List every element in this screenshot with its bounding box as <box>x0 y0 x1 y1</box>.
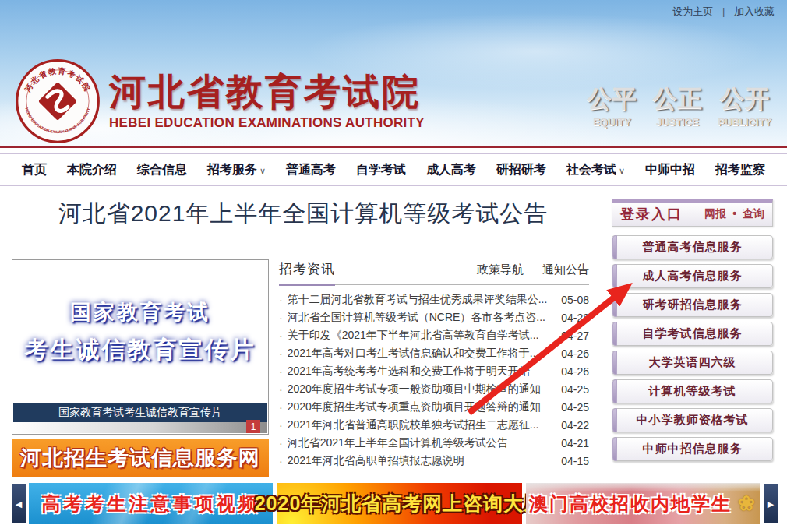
nav-item-adult-gaokao[interactable]: 成人高考 <box>426 162 476 178</box>
badge-equity: 公平 EQUITY <box>587 83 637 128</box>
login-entry-title: 登录入口 <box>620 205 683 224</box>
site-logo[interactable]: 河北省教育考试院 HEBEI EDUCATION EXAMINATIONS AU… <box>14 58 425 145</box>
service-buttons: 普通高考信息服务 成人高考信息服务 研考研招信息服务 自学考试信息服务 大学英语… <box>612 235 773 466</box>
badge-equity-en: EQUITY <box>587 116 637 128</box>
seal-logo-icon: 河北省教育考试院 HEBEI EDUCATION EXAMINATIONS AU… <box>14 58 101 145</box>
badge-justice-en: JUSTICE <box>652 116 702 128</box>
video-text-line1: 国家教育考试 <box>70 298 210 326</box>
info-service-site-banner[interactable]: 河北招生考试信息服务网 <box>12 439 269 477</box>
featured-announcement-headline[interactable]: 河北省2021年上半年全国计算机等级考试公告 <box>12 198 595 230</box>
carousel-prev-icon[interactable]: ◀ <box>12 484 26 523</box>
video-page-indicator[interactable]: 1 <box>246 420 260 433</box>
news-section: 招考资讯 政策导航 通知公告 ·第十二届河北省教育考试与招生优秀成果评奖结果公.… <box>279 260 589 474</box>
badge-justice-cn: 公正 <box>652 83 702 115</box>
button-secondary-school-info-service[interactable]: 中师中招信息服务 <box>612 437 773 461</box>
chevron-down-icon: ∨ <box>259 166 266 175</box>
nav-item-supervision[interactable]: 招考监察 <box>715 162 765 178</box>
news-item[interactable]: ·2021年河北省普通高职院校单独考试招生二志愿征...04-22 <box>279 416 589 434</box>
carousel-next-icon[interactable]: ▶ <box>764 484 778 523</box>
login-links: 网报 • 查询 <box>704 207 764 221</box>
news-header-links: 政策导航 通知公告 <box>477 262 589 284</box>
banner-gaokao-notice-video[interactable]: 高考考生注意事项视频 <box>29 483 273 524</box>
link-policy-guide[interactable]: 政策导航 <box>477 262 524 277</box>
nav-item-gaokao[interactable]: 普通高考 <box>286 162 336 178</box>
badge-equity-cn: 公平 <box>587 83 637 115</box>
news-item[interactable]: ·2021年高考对口考生考试信息确认和交费工作将于...04-26 <box>279 344 589 362</box>
bullet-icon: · <box>279 365 283 378</box>
button-accent-bar <box>612 293 617 317</box>
nav-item-social-exams[interactable]: 社会考试∨ <box>566 162 625 178</box>
news-header: 招考资讯 政策导航 通知公告 <box>279 260 589 285</box>
button-ncre[interactable]: 计算机等级考试 <box>612 379 773 403</box>
main-navigation: 首页 本院介绍 综合信息 招考服务∨ 普通高考 自学考试 成人高考 研招研考 社… <box>0 150 787 188</box>
video-caption: 国家教育考试考生诚信教育宣传片 <box>13 403 267 422</box>
nav-item-self-study[interactable]: 自学考试 <box>356 162 406 178</box>
bullet-icon: · <box>279 419 283 432</box>
button-accent-bar <box>612 379 617 403</box>
video-banner[interactable]: 国家教育考试 考生诚信教育宣传片 国家教育考试考生诚信教育宣传片 1 <box>12 259 269 435</box>
bullet-icon: · <box>279 294 283 306</box>
video-text-line2: 考生诚信教育宣传片 <box>25 334 256 366</box>
online-report-link[interactable]: 网报 <box>704 207 726 220</box>
news-item[interactable]: ·第十二届河北省教育考试与招生优秀成果评奖结果公...05-08 <box>279 291 589 308</box>
badge-justice: 公正 JUSTICE <box>652 83 702 128</box>
news-item[interactable]: ·2020年度招生考试专项一般资助项目中期检查的通知04-25 <box>279 380 589 398</box>
video-thumbnail: 国家教育考试 考生诚信教育宣传片 <box>13 261 267 403</box>
news-list: ·第十二届河北省教育考试与招生优秀成果评奖结果公...05-08 ·河北省全国计… <box>279 291 589 474</box>
button-accent-bar <box>612 408 617 432</box>
news-item[interactable]: ·2021年河北省高职单招填报志愿说明04-15 <box>279 452 589 470</box>
badge-publicity-cn: 公开 <box>718 83 771 115</box>
bullet-icon: · <box>279 329 283 342</box>
bullet-icon: · <box>279 437 283 449</box>
nav-item-home[interactable]: 首页 <box>22 162 47 178</box>
nav-item-general-info[interactable]: 综合信息 <box>137 162 187 178</box>
add-favorite-link[interactable]: 加入收藏 <box>734 5 775 17</box>
chevron-down-icon: ∨ <box>619 166 625 175</box>
nav-item-postgraduate[interactable]: 研招研考 <box>496 162 546 178</box>
news-item[interactable]: ·河北省全国计算机等级考试（NCRE）各市各考点咨...04-28 <box>279 308 589 326</box>
login-entry-box: 登录入口 网报 • 查询 <box>612 199 773 227</box>
topbar-separator: | <box>722 5 725 17</box>
news-item[interactable]: ·2020年度招生考试专项重点资助项目开题答辩的通知04-25 <box>279 398 589 416</box>
button-cet[interactable]: 大学英语四六级 <box>612 351 773 375</box>
button-accent-bar <box>612 264 617 288</box>
news-item[interactable]: ·河北省2021年上半年全国计算机等级考试公告04-21 <box>279 434 589 452</box>
button-adult-gaokao-info-service[interactable]: 成人高考信息服务 <box>612 264 773 288</box>
query-link[interactable]: 查询 <box>743 207 764 220</box>
link-notices[interactable]: 通知公告 <box>542 262 589 277</box>
motto-badges: 公平 EQUITY 公正 JUSTICE 公开 PUBLICITY <box>587 83 771 128</box>
site-name-chinese: 河北省教育考试院 <box>109 72 425 112</box>
nav-item-secondary-school[interactable]: 中师中招 <box>645 162 695 178</box>
nav-item-about[interactable]: 本院介绍 <box>67 162 117 178</box>
badge-publicity-en: PUBLICITY <box>718 116 771 128</box>
news-item[interactable]: ·关于印发《2021年下半年河北省高等教育自学考试...04-27 <box>279 326 589 344</box>
bullet-icon: · <box>279 401 283 414</box>
bullet-icon: · <box>279 312 283 324</box>
button-accent-bar <box>612 322 617 346</box>
news-item[interactable]: ·2021年高考统考考生选科和交费工作将于明天开始04-26 <box>279 362 589 380</box>
bullet-icon: · <box>279 455 283 467</box>
badge-publicity: 公开 PUBLICITY <box>718 83 771 128</box>
button-accent-bar <box>612 351 617 375</box>
hebei-education-examinations-homepage: 设为主页 | 加入收藏 河北省教育考试院 HEBEI EDUCATION EXA… <box>0 0 787 532</box>
nav-item-exam-services[interactable]: 招考服务∨ <box>207 162 266 178</box>
banner-online-consult-hall[interactable]: 2020年河北省高考网上咨询大厅 <box>277 483 522 524</box>
lotus-icon: ❀ <box>738 491 757 516</box>
button-postgraduate-info-service[interactable]: 研考研招信息服务 <box>612 293 773 317</box>
set-home-link[interactable]: 设为主页 <box>672 5 713 17</box>
button-accent-bar <box>612 235 617 259</box>
topbar-links: 设为主页 | 加入收藏 <box>672 5 775 19</box>
button-gaokao-info-service[interactable]: 普通高考信息服务 <box>612 235 773 259</box>
site-title: 河北省教育考试院 HEBEI EDUCATION EXAMINATIONS AU… <box>109 72 425 132</box>
button-accent-bar <box>612 437 617 461</box>
bullet-icon: · <box>279 383 283 396</box>
video-pager-strip: 1 <box>13 422 267 433</box>
dot-separator: • <box>732 207 736 220</box>
tab-exam-news[interactable]: 招考资讯 <box>279 260 335 286</box>
bullet-icon: · <box>279 347 283 360</box>
button-self-study-info-service[interactable]: 自学考试信息服务 <box>612 322 773 346</box>
site-name-english: HEBEI EDUCATION EXAMINATIONS AUTHORITY <box>109 115 425 131</box>
button-teacher-qualification[interactable]: 中小学教师资格考试 <box>612 408 773 432</box>
banner-macau-recruitment[interactable]: 澳门高校招收内地学生❀ <box>526 483 760 524</box>
